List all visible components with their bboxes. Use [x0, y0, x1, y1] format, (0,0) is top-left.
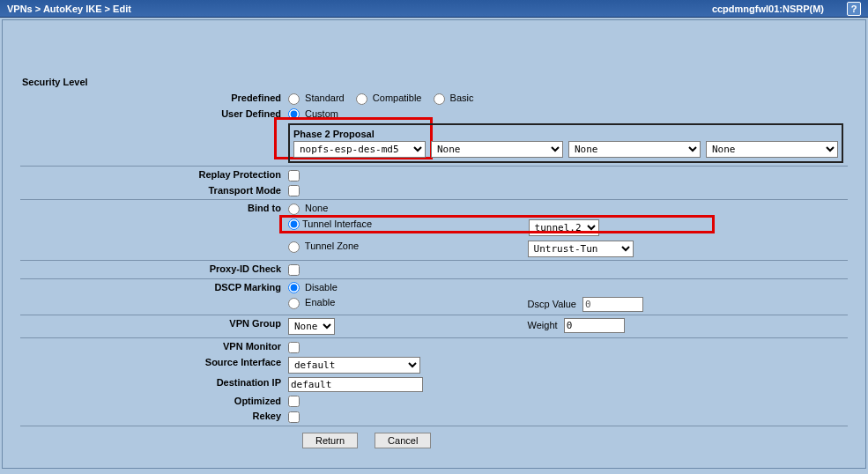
bindto-tunnelif-radio[interactable] [288, 218, 300, 230]
breadcrumb-sep: > [105, 4, 110, 14]
predefined-label: Predefined [20, 91, 285, 107]
replay-checkbox[interactable] [288, 170, 300, 181]
weight-label: Weight [528, 320, 558, 330]
predefined-standard-radio[interactable] [288, 93, 300, 105]
userdefined-label: User Defined [20, 107, 285, 122]
phase2-select-3[interactable]: None [568, 141, 701, 158]
userdefined-custom-radio[interactable] [288, 108, 300, 120]
transport-label: Transport Mode [20, 183, 285, 199]
replay-label: Replay Protection [20, 167, 285, 183]
proxyid-label: Proxy-ID Check [20, 262, 285, 278]
bindto-label: Bind to [20, 201, 285, 217]
breadcrumb-edit: Edit [113, 4, 131, 14]
tunnel-zone-select[interactable]: Untrust-Tun [528, 241, 634, 257]
proxyid-checkbox[interactable] [288, 264, 300, 276]
bindto-tunnelzone-label: Tunnel Zone [305, 241, 359, 251]
weight-input[interactable] [564, 318, 625, 333]
predefined-compatible-label: Compatible [373, 93, 422, 103]
predefined-standard-label: Standard [305, 93, 345, 103]
srcif-label: Source Interface [20, 355, 285, 375]
phase2-proposal-box: Phase 2 Proposal nopfs-esp-des-md5 None … [288, 123, 843, 163]
tunnel-interface-select-wrap: tunnel.2 [528, 218, 600, 237]
bindto-none-label: None [305, 203, 328, 213]
breadcrumb-autokey[interactable]: AutoKey IKE [43, 4, 102, 14]
bindto-none-radio[interactable] [288, 204, 300, 215]
predefined-basic-label: Basic [450, 93, 474, 103]
phase2-select-1[interactable]: nopfs-esp-des-md5 [293, 141, 426, 158]
bindto-tunnelzone-radio[interactable] [288, 241, 300, 253]
help-icon[interactable]: ? [847, 2, 861, 16]
return-button[interactable]: Return [302, 433, 358, 448]
dscpval-label: Dscp Value [528, 299, 576, 309]
section-security-level: Security Level [20, 73, 848, 91]
main-form-area: Security Level Predefined Standard Compa… [2, 19, 866, 469]
dscp-enable-radio[interactable] [288, 298, 300, 309]
dstip-label: Destination IP [20, 375, 285, 394]
header-bar: VPNs > AutoKey IKE > Edit ccpdmngfwl01:N… [0, 0, 868, 18]
predefined-compatible-radio[interactable] [356, 93, 367, 105]
rekey-label: Rekey [20, 409, 285, 425]
dscp-enable-label: Enable [305, 297, 335, 307]
dscp-disable-label: Disable [305, 282, 338, 293]
vpngroup-label: VPN Group [20, 316, 285, 337]
srcif-select[interactable]: default [288, 357, 420, 374]
breadcrumb-vpns[interactable]: VPNs [7, 4, 33, 14]
cancel-button[interactable]: Cancel [375, 433, 431, 448]
bindto-tunnelif-label: Tunnel Interface [302, 218, 372, 229]
tunnel-interface-select[interactable]: tunnel.2 [529, 219, 599, 236]
rekey-checkbox[interactable] [288, 411, 300, 423]
userdefined-custom-label: Custom [305, 108, 338, 119]
dscp-label: DSCP Marking [20, 280, 285, 296]
vpngroup-select[interactable]: None [288, 318, 335, 335]
device-label: ccpdmngfwl01:NSRP(M) [712, 4, 824, 14]
phase2-select-4[interactable]: None [706, 141, 838, 158]
dstip-input[interactable] [288, 377, 423, 392]
breadcrumb: VPNs > AutoKey IKE > Edit [7, 4, 131, 14]
vpnmon-checkbox[interactable] [288, 342, 300, 353]
optimized-label: Optimized [20, 394, 285, 410]
dscp-disable-radio[interactable] [288, 282, 300, 293]
dscpval-input[interactable] [582, 297, 643, 312]
vpnmon-label: VPN Monitor [20, 339, 285, 355]
optimized-checkbox[interactable] [288, 396, 300, 407]
predefined-basic-radio[interactable] [434, 93, 445, 105]
phase2-select-2[interactable]: None [431, 141, 563, 158]
breadcrumb-sep: > [35, 4, 41, 14]
phase2-title: Phase 2 Proposal [293, 129, 838, 139]
transport-checkbox[interactable] [288, 185, 300, 196]
